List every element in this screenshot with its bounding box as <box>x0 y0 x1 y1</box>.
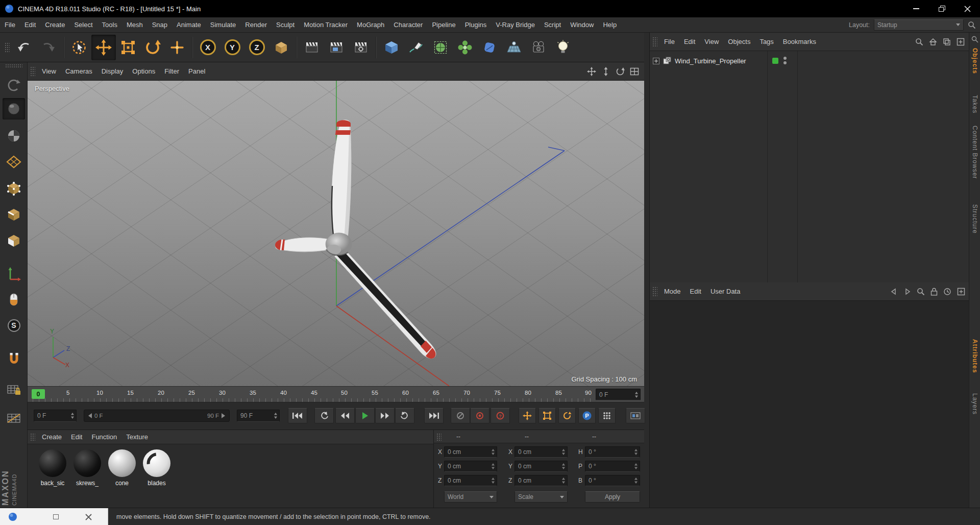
restore-button[interactable] <box>929 0 954 17</box>
undo-button[interactable] <box>12 35 36 60</box>
expand-icon[interactable] <box>653 58 659 64</box>
viewport-menu-cameras[interactable]: Cameras <box>61 67 97 75</box>
mode-dropdown[interactable]: Scale <box>514 491 568 503</box>
om-menu-bookmarks[interactable]: Bookmarks <box>778 38 821 45</box>
size-x-field[interactable]: 0 cm <box>514 446 568 458</box>
lock-z-axis-button[interactable]: Z <box>244 35 269 60</box>
model-mode-button[interactable] <box>3 98 25 120</box>
menu-tools[interactable]: Tools <box>97 21 122 29</box>
key-position-button[interactable] <box>519 408 536 423</box>
subdivision-surface-button[interactable] <box>428 35 453 60</box>
om-menu-file[interactable]: File <box>659 38 679 45</box>
menu-vray-bridge[interactable]: V-Ray Bridge <box>491 21 540 29</box>
mograph-button[interactable] <box>453 35 477 60</box>
goto-end-button[interactable] <box>424 408 444 423</box>
pos-y-field[interactable]: 0 cm <box>444 461 497 472</box>
viewport[interactable]: Perspective Grid Spacing : 100 cm Y Z X <box>28 81 644 386</box>
toolbar-grip[interactable] <box>4 42 10 53</box>
record-keyframes-button[interactable] <box>470 408 489 423</box>
attribute-manager-grip[interactable] <box>652 286 657 297</box>
spinner-icon[interactable] <box>634 463 638 470</box>
viewport-menu-filter[interactable]: Filter <box>160 67 184 75</box>
size-z-field[interactable]: 0 cm <box>514 475 568 486</box>
add-panel-icon[interactable] <box>957 288 965 296</box>
coordinate-system-button[interactable] <box>269 35 293 60</box>
close-button[interactable] <box>954 0 980 17</box>
layout-dropdown[interactable]: Startup <box>874 19 964 31</box>
spinner-icon[interactable] <box>274 412 278 419</box>
keyframe-selection-button[interactable] <box>626 408 645 423</box>
menu-create[interactable]: Create <box>40 21 69 29</box>
tab-layers[interactable]: Layers <box>971 393 978 415</box>
lock-x-axis-button[interactable]: X <box>195 35 220 60</box>
space-dropdown[interactable]: World <box>444 491 497 503</box>
om-menu-tags[interactable]: Tags <box>755 38 778 45</box>
material-menu-texture[interactable]: Texture <box>121 433 153 441</box>
material-menu-function[interactable]: Function <box>87 433 121 441</box>
timeline-ruler[interactable]: 0 5 10 15 20 25 30 35 40 45 50 55 60 65 … <box>28 386 644 402</box>
spinner-icon[interactable] <box>561 477 566 484</box>
rot-b-field[interactable]: 0 ° <box>585 475 640 486</box>
goto-start-button[interactable] <box>288 408 307 423</box>
material-name[interactable]: blades <box>148 480 165 487</box>
object-enabled-toggle[interactable] <box>772 58 778 64</box>
spinner-icon[interactable] <box>561 448 566 456</box>
menu-select[interactable]: Select <box>69 21 97 29</box>
left-column-grip[interactable] <box>5 64 22 68</box>
play-loop-button[interactable] <box>395 408 414 423</box>
home-icon[interactable] <box>929 38 937 46</box>
material-sphere-skrews[interactable] <box>74 449 101 477</box>
attribute-manager-body[interactable] <box>650 301 969 508</box>
tab-structure[interactable]: Structure <box>971 204 978 234</box>
texture-mode-button[interactable] <box>3 125 25 147</box>
end-frame-field[interactable]: 90 F <box>237 410 280 422</box>
apply-button[interactable]: Apply <box>585 491 640 503</box>
render-to-picture-viewer-button[interactable] <box>324 35 349 60</box>
tab-content-browser[interactable]: Content Browser <box>971 126 978 179</box>
workplane-lock-button[interactable] <box>3 379 25 400</box>
menu-plugins[interactable]: Plugins <box>460 21 492 29</box>
object-name[interactable]: Wind_Turbine_Propeller <box>675 57 746 65</box>
viewport-solo-button[interactable] <box>3 289 25 311</box>
search-icon[interactable] <box>917 288 925 296</box>
menu-help[interactable]: Help <box>598 21 621 29</box>
rot-p-field[interactable]: 0 ° <box>585 461 640 472</box>
next-frame-button[interactable] <box>375 408 395 423</box>
om-menu-objects[interactable]: Objects <box>723 38 755 45</box>
zoom-view-icon[interactable] <box>601 67 610 76</box>
tab-attributes[interactable]: Attributes <box>971 339 978 373</box>
object-manager-list[interactable]: Wind_Turbine_Propeller <box>650 51 969 282</box>
render-visibility-dot[interactable] <box>783 61 787 64</box>
bookmarks-icon[interactable] <box>943 38 951 46</box>
key-rotation-button[interactable] <box>558 408 576 423</box>
scale-tool-button[interactable] <box>116 35 140 60</box>
render-view-button[interactable] <box>300 35 324 60</box>
menu-snap[interactable]: Snap <box>148 21 172 29</box>
viewport-menu-options[interactable]: Options <box>128 67 160 75</box>
material-name[interactable]: cone <box>115 480 129 487</box>
live-selection-button[interactable] <box>67 35 91 60</box>
viewport-menu-view[interactable]: View <box>37 67 61 75</box>
redo-button[interactable] <box>36 35 61 60</box>
autokeying-button[interactable]: ? <box>491 408 510 423</box>
spinner-icon[interactable] <box>491 477 495 484</box>
previous-frame-button[interactable] <box>335 408 355 423</box>
last-used-tools-button[interactable] <box>165 35 189 60</box>
menu-simulate[interactable]: Simulate <box>206 21 241 29</box>
object-manager-grip[interactable] <box>652 36 657 47</box>
spline-pen-button[interactable] <box>404 35 428 60</box>
om-menu-edit[interactable]: Edit <box>679 38 700 45</box>
key-point-level-button[interactable] <box>598 408 616 423</box>
play-forwards-button[interactable] <box>355 408 375 423</box>
rot-h-field[interactable]: 0 ° <box>585 446 640 458</box>
spinner-icon[interactable] <box>491 463 495 470</box>
toggle-views-icon[interactable] <box>630 67 639 76</box>
pan-view-icon[interactable] <box>587 67 596 76</box>
material-item[interactable]: blades <box>143 449 170 487</box>
edit-render-settings-button[interactable] <box>349 35 373 60</box>
app-icon[interactable] <box>8 512 17 521</box>
spinner-icon[interactable] <box>634 391 639 398</box>
viewport-menu-panel[interactable]: Panel <box>184 67 210 75</box>
planar-workplane-button[interactable] <box>3 408 25 429</box>
restore-icon[interactable] <box>53 514 59 519</box>
